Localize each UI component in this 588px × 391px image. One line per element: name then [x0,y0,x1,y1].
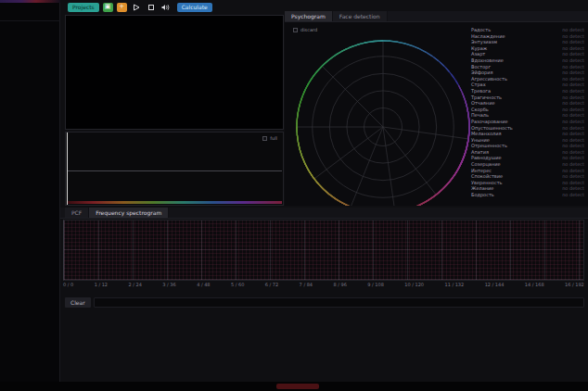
emotion-value: no detect [562,33,584,40]
emotion-value: no detect [562,95,584,101]
emotion-value: no detect [562,64,584,70]
analysis-panel: PsychogramFace detection discard Радость… [285,11,588,206]
clear-button[interactable]: Clear [65,297,91,308]
emotion-row: Наслаждениеno detect [471,33,584,40]
calculate-button[interactable]: Calculate [177,3,212,12]
bottom-bar-red-indicator [276,384,319,389]
emotion-name: Восторг [471,64,491,70]
emotion-row: Отчаяниеno detect [471,100,584,107]
emotion-name: Тревога [471,88,491,95]
emotion-row: Вдохновениеno detect [471,57,584,64]
emotion-row: Равнодушиеno detect [471,155,584,161]
emotion-list: Радостьno detectНаслаждениеno detectЭнту… [471,27,584,198]
emotion-name: Меланхолия [471,131,501,137]
emotion-row: Меланхолияno detect [471,131,584,137]
emotion-name: Энтузиазм [471,39,497,45]
clear-row: Clear [65,296,584,308]
time-tick-label: 12 / 144 [485,282,505,289]
speaker-icon [161,4,170,11]
sidebar-accent-strip [0,0,60,3]
emotion-name: Желание [471,185,493,192]
emotion-name: Созерцание [471,161,501,168]
full-checkbox-label: full [270,135,277,141]
time-tick-label: 10 / 120 [404,282,424,289]
emotion-row: Уныниеno detect [471,137,584,144]
emotion-name: Отрешенность [471,143,507,149]
waveform-zero-line [68,170,282,171]
stop-button[interactable] [146,2,157,12]
waveform-spectrum-strip [68,201,282,204]
time-tick-label: 1 / 12 [95,282,108,289]
emotion-value: no detect [562,69,584,76]
emotion-name: Равнодушие [471,155,502,161]
emotion-name: Отчаяние [471,100,494,107]
time-tick-label: 7 / 84 [300,282,313,289]
emotion-row: Опустошенностьno detect [471,125,584,132]
frequency-spectrogram-grid[interactable] [63,220,584,281]
checkbox-icon [262,136,267,141]
analysis-tabbar: PsychogramFace detection [285,11,588,22]
time-tick-label: 3 / 36 [162,282,175,289]
emotion-value: no detect [562,45,584,52]
emotion-row: Бодростьno detect [471,192,584,198]
emotion-name: Опустошенность [471,125,513,132]
time-tick-label: 9 / 108 [367,282,384,289]
emotion-value: no detect [562,125,584,132]
time-tick-label: 0 / 0 [63,282,73,289]
emotion-value: no detect [562,173,584,180]
time-tick-label: 2 / 24 [128,282,141,289]
emotion-name: Вдохновение [471,57,504,64]
projects-button[interactable]: Projects [68,3,99,12]
emotion-value: no detect [562,27,584,33]
emotion-row: Созерцаниеno detect [471,161,584,168]
emotion-row: Интересno detect [471,168,584,174]
tab-psychogram[interactable]: Psychogram [285,11,333,21]
video-preview-panel [65,15,284,130]
emotion-value: no detect [562,57,584,64]
emotion-row: Уверенностьno detect [471,180,584,186]
spectrogram-tabbar: PCFFrequency spectrogram [60,208,588,219]
import-button[interactable]: ▣ [103,3,113,12]
app-window: Projects ▣ + Calculate full [0,0,588,391]
playhead-cursor[interactable] [67,132,68,205]
mute-button[interactable] [160,2,172,12]
emotion-value: no detect [562,39,584,45]
emotion-row: Страхno detect [471,82,584,88]
emotion-name: Радость [471,27,491,33]
tab-frequency-spectrogram[interactable]: Frequency spectrogram [89,208,169,218]
emotion-value: no detect [562,112,584,119]
emotion-value: no detect [562,88,584,95]
emotion-name: Интерес [471,168,492,174]
tab-pcf[interactable]: PCF [65,208,89,218]
bottom-bar [0,382,588,391]
play-button[interactable] [131,2,142,12]
emotion-name: Уверенность [471,180,503,186]
emotion-name: Уныние [471,137,490,144]
emotion-value: no detect [562,180,584,186]
emotion-name: Агрессивность [471,76,507,82]
time-tick-label: 8 / 96 [333,282,346,289]
projects-sidebar [0,0,60,382]
emotion-row: Апатияno detect [471,149,584,156]
emotion-value: no detect [562,161,584,168]
emotion-name: Апатия [471,149,489,156]
log-output-field[interactable] [94,297,584,308]
full-checkbox[interactable]: full [262,135,277,141]
emotion-row: Радостьno detect [471,27,584,33]
emotion-value: no detect [562,100,584,107]
emotion-row: Разочарованиеno detect [471,119,584,125]
emotion-row: Печальno detect [471,112,584,119]
tab-face-detection[interactable]: Face detection [333,11,388,21]
emotion-name: Эйфория [471,69,493,76]
emotion-name: Бодрость [471,192,494,198]
time-tick-label: 16 / 192 [565,282,584,289]
emotion-name: Страх [471,82,486,88]
emotion-row: Куражno detect [471,45,584,52]
emotion-name: Скорбь [471,107,489,113]
emotion-row: Тревогаno detect [471,88,584,95]
time-tick-label: 4 / 48 [197,282,210,289]
time-tick-label: 5 / 60 [231,282,244,289]
add-button[interactable]: + [117,3,127,12]
emotion-row: Восторгno detect [471,64,584,70]
emotion-row: Агрессивностьno detect [471,76,584,82]
